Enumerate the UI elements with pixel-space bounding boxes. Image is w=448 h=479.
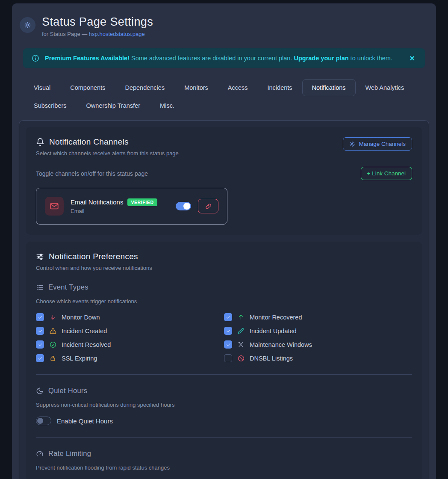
event-checkbox[interactable]	[36, 327, 44, 335]
event-type-label: Monitor Down	[62, 314, 100, 321]
chain-link-icon	[205, 203, 212, 210]
divider	[36, 437, 412, 438]
event-checkbox[interactable]	[36, 340, 44, 349]
notification-preferences-section: Notification Preferences Control when an…	[26, 242, 422, 479]
settings-gear-badge	[20, 17, 35, 33]
upgrade-plan-link[interactable]: Upgrade your plan	[294, 55, 348, 62]
event-type-row[interactable]: SSL Expiring	[36, 354, 224, 362]
tab-dependencies[interactable]: Dependencies	[115, 79, 174, 96]
event-type-row[interactable]: Incident Resolved	[36, 340, 224, 349]
event-type-label: Incident Resolved	[62, 341, 111, 348]
tab-misc[interactable]: Misc.	[150, 97, 184, 114]
channels-subtitle: Select which channels receive alerts fro…	[36, 150, 179, 157]
tab-components[interactable]: Components	[60, 79, 115, 96]
channel-card-email: Email Notifications VERIFIED Email	[36, 188, 227, 225]
event-types-title: Event Types	[48, 283, 88, 291]
unlink-channel-button[interactable]	[198, 199, 218, 213]
lock-icon	[49, 355, 56, 361]
event-type-label: Monitor Recovered	[250, 314, 302, 321]
channel-name: Email Notifications	[71, 198, 123, 206]
channels-hint: Toggle channels on/off for this status p…	[36, 170, 148, 177]
page-title: Status Page Settings	[42, 15, 153, 29]
notifications-tab-panel: Notification Channels Select which chann…	[19, 120, 429, 479]
list-icon	[36, 284, 44, 291]
ban-icon	[237, 355, 245, 362]
channel-toggle[interactable]	[176, 202, 191, 210]
warning-icon	[49, 328, 56, 334]
divider	[36, 374, 412, 375]
tab-incidents[interactable]: Incidents	[258, 79, 302, 96]
arrow-down-icon	[49, 314, 56, 320]
event-types-subtitle: Choose which events trigger notification…	[36, 298, 412, 305]
premium-banner: Premium Features Available! Some advance…	[23, 48, 425, 68]
event-type-label: DNSBL Listings	[250, 355, 293, 362]
page-subtitle: for Status Page — hsp.hostedstatus.page	[42, 31, 153, 37]
event-types-grid: Monitor DownMonitor RecoveredIncident Cr…	[36, 313, 412, 362]
banner-bold: Premium Features Available!	[45, 55, 130, 62]
event-type-row[interactable]: DNSBL Listings	[224, 354, 412, 362]
event-type-label: SSL Expiring	[62, 355, 97, 362]
event-type-row[interactable]: Incident Updated	[224, 327, 412, 335]
subtitle-text: for Status Page —	[42, 31, 89, 37]
quiet-hours-subsection: Quiet Hours Suppress non-critical notifi…	[36, 387, 412, 425]
arrow-up-icon	[237, 314, 245, 320]
check-circle-icon	[49, 341, 56, 348]
quiet-hours-toggle-label: Enable Quiet Hours	[57, 417, 113, 425]
channels-title: Notification Channels	[49, 137, 129, 147]
page-header: Status Page Settings for Status Page — h…	[18, 10, 430, 48]
event-checkbox[interactable]	[36, 313, 44, 321]
tab-visual[interactable]: Visual	[24, 79, 60, 96]
tab-ownership-transfer[interactable]: Ownership Transfer	[77, 97, 150, 114]
quiet-hours-toggle[interactable]	[36, 417, 51, 425]
verified-badge: VERIFIED	[127, 198, 157, 206]
moon-icon	[36, 387, 44, 395]
settings-tabs: VisualComponentsDependenciesMonitorsAcce…	[24, 79, 424, 114]
rate-limiting-subtitle: Prevent notification flooding from rapid…	[36, 464, 412, 471]
gauge-icon	[36, 450, 44, 458]
quiet-hours-title: Quiet Hours	[48, 387, 87, 395]
status-page-settings-window: Status Page Settings for Status Page — h…	[12, 3, 436, 479]
event-checkbox[interactable]	[224, 354, 232, 362]
rate-limiting-title: Rate Limiting	[48, 449, 91, 458]
event-type-row[interactable]: Maintenance Windows	[224, 340, 412, 349]
sliders-icon	[36, 253, 44, 261]
event-checkbox[interactable]	[224, 327, 232, 335]
email-channel-icon-box	[45, 197, 64, 216]
event-type-label: Incident Created	[62, 328, 107, 334]
tab-access[interactable]: Access	[218, 79, 258, 96]
tools-icon	[237, 341, 245, 348]
bell-icon	[36, 138, 44, 146]
event-type-label: Maintenance Windows	[250, 341, 312, 348]
link-channel-button[interactable]: + Link Channel	[361, 167, 412, 180]
tab-web-analytics[interactable]: Web Analytics	[356, 79, 414, 96]
tab-notifications[interactable]: Notifications	[302, 79, 356, 96]
banner-close-button[interactable]: ×	[408, 53, 416, 63]
info-icon	[32, 54, 39, 62]
quiet-hours-subtitle: Suppress non-critical notifications duri…	[36, 402, 412, 408]
rate-limiting-subsection: Rate Limiting Prevent notification flood…	[36, 449, 412, 479]
banner-text: Premium Features Available! Some advance…	[45, 55, 392, 62]
pencil-icon	[237, 328, 245, 334]
status-page-link[interactable]: hsp.hostedstatus.page	[89, 31, 145, 37]
channel-type: Email	[71, 208, 169, 214]
tab-monitors[interactable]: Monitors	[174, 79, 218, 96]
event-type-label: Incident Updated	[250, 328, 297, 334]
preferences-subtitle: Control when and how you receive notific…	[36, 265, 412, 271]
envelope-icon	[50, 201, 59, 211]
gear-icon	[24, 21, 31, 29]
event-checkbox[interactable]	[224, 340, 232, 349]
event-type-row[interactable]: Monitor Recovered	[224, 313, 412, 321]
event-type-row[interactable]: Monitor Down	[36, 313, 224, 321]
manage-channels-button[interactable]: Manage Channels	[343, 137, 412, 151]
gear-icon	[349, 141, 355, 147]
notification-channels-section: Notification Channels Select which chann…	[26, 127, 422, 235]
preferences-title: Notification Preferences	[49, 252, 138, 261]
event-checkbox[interactable]	[224, 313, 232, 321]
tab-subscribers[interactable]: Subscribers	[24, 97, 77, 114]
event-type-row[interactable]: Incident Created	[36, 327, 224, 335]
event-types-subsection: Event Types Choose which events trigger …	[36, 283, 412, 362]
event-checkbox[interactable]	[36, 354, 44, 362]
